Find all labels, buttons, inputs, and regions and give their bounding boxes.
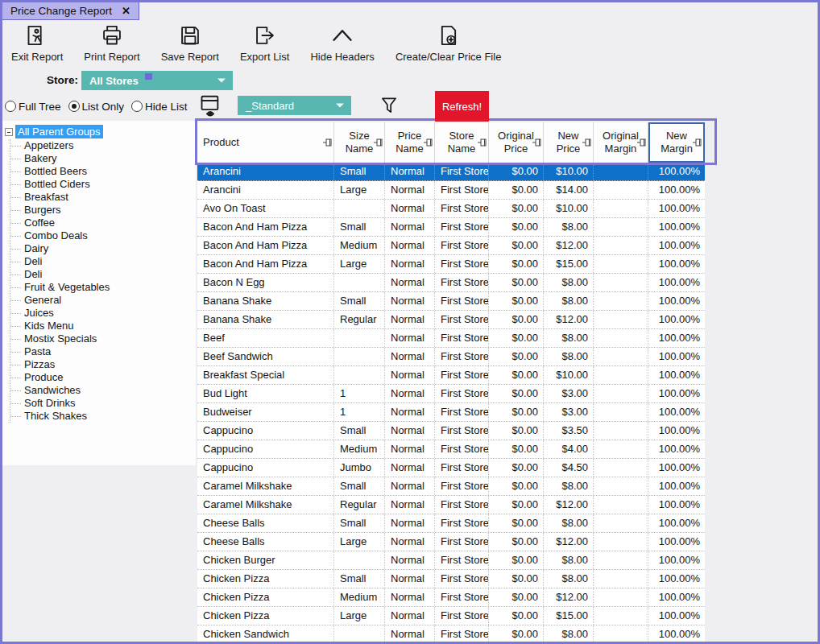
tree-item[interactable]: Thick Shakes xyxy=(24,410,110,423)
pin-icon[interactable] xyxy=(478,138,487,147)
hide-headers-button[interactable]: Hide Headers xyxy=(307,23,378,64)
close-icon[interactable]: ✕ xyxy=(122,5,130,17)
table-row[interactable]: Avo On ToastNormalFirst Store$0.00$10.00… xyxy=(197,200,705,218)
tree-item[interactable]: Bottled Ciders xyxy=(24,178,110,191)
table-row[interactable]: Chicken PizzaSmallNormalFirst Store$0.00… xyxy=(197,570,705,588)
table-row[interactable]: CappucinoMediumNormalFirst Store$0.00$4.… xyxy=(197,440,705,459)
table-row[interactable]: Bacon N EggNormalFirst Store$0.00$8.0010… xyxy=(197,274,705,292)
tree-item[interactable]: Soft Drinks xyxy=(24,397,110,410)
table-row[interactable]: Chicken PizzaLargeNormalFirst Store$0.00… xyxy=(197,607,705,625)
pin-icon[interactable] xyxy=(637,138,646,147)
column-header[interactable]: Product xyxy=(197,122,334,163)
column-header[interactable]: Original Price xyxy=(489,122,544,163)
tree-item[interactable]: General xyxy=(24,294,110,307)
table-cell: $0.00 xyxy=(489,533,544,551)
tree-item[interactable]: Produce xyxy=(24,371,110,384)
table-row[interactable]: AranciniSmallNormalFirst Store$0.00$10.0… xyxy=(197,163,705,181)
radio-list-only[interactable]: List Only xyxy=(68,101,125,113)
table-row[interactable]: Banana ShakeRegularNormalFirst Store$0.0… xyxy=(197,311,705,329)
table-row[interactable]: Cheese BallsLargeNormalFirst Store$0.00$… xyxy=(197,533,705,551)
pin-icon[interactable] xyxy=(693,138,702,147)
tree-item[interactable]: Bakery xyxy=(24,152,110,165)
layout-dropdown[interactable]: _Standard xyxy=(238,96,351,115)
tab-price-change-report[interactable]: Price Change Report ✕ xyxy=(2,2,139,20)
tree-item[interactable]: Breakfast xyxy=(24,191,110,204)
table-row[interactable]: Budweiser1NormalFirst Store$0.00$3.00100… xyxy=(197,403,705,422)
toolbar-button-label: Hide Headers xyxy=(310,51,375,63)
tree-item[interactable]: Dairy xyxy=(24,242,110,255)
table-row[interactable]: Chicken SandwichNormalFirst Store$0.00$8… xyxy=(197,625,705,644)
tree-item[interactable]: Pasta xyxy=(24,345,110,358)
table-row[interactable]: Cheese BallsSmallNormalFirst Store$0.00$… xyxy=(197,514,705,533)
table-cell: $3.00 xyxy=(544,403,594,421)
radio-hide-list[interactable]: Hide List xyxy=(131,101,188,113)
tree-root-item[interactable]: All Parent Groups xyxy=(5,125,103,138)
table-cell: Avo On Toast xyxy=(197,200,334,217)
table-cell: Normal xyxy=(385,551,435,569)
tree-item[interactable]: Juices xyxy=(24,307,110,320)
table-cell: Breakfast Special xyxy=(197,366,334,384)
table-cell: 100.00% xyxy=(648,496,705,514)
table-row[interactable]: AranciniLargeNormalFirst Store$0.00$14.0… xyxy=(197,181,705,200)
column-header[interactable]: Price Name xyxy=(385,122,435,163)
table-cell: Normal xyxy=(385,255,435,273)
save-report-button[interactable]: Save Report xyxy=(158,23,222,64)
table-row[interactable]: Bacon And Ham PizzaMediumNormalFirst Sto… xyxy=(197,237,705,255)
table-row[interactable]: Beef SandwichNormalFirst Store$0.00$8.00… xyxy=(197,348,705,366)
view-columns-button[interactable] xyxy=(199,93,222,122)
pin-icon[interactable] xyxy=(374,138,383,147)
table-row[interactable]: Caramel MilkshakeSmallNormalFirst Store$… xyxy=(197,477,705,496)
tree-item[interactable]: Burgers xyxy=(24,204,110,217)
table-cell: First Store xyxy=(435,588,489,606)
export-list-button[interactable]: Export List xyxy=(237,23,292,64)
table-row[interactable]: CappucinoJumboNormalFirst Store$0.00$4.5… xyxy=(197,459,705,477)
table-cell: $8.00 xyxy=(544,329,594,347)
pin-icon[interactable] xyxy=(323,138,332,147)
column-header[interactable]: New Price xyxy=(544,122,594,163)
refresh-button[interactable]: Refresh! xyxy=(435,91,489,122)
table-cell: First Store xyxy=(435,440,489,458)
tree-item[interactable]: Appetizers xyxy=(24,139,110,152)
tree-item[interactable]: Sandwiches xyxy=(24,384,110,397)
radio-full-tree[interactable]: Full Tree xyxy=(5,101,61,113)
table-cell: First Store xyxy=(435,607,489,625)
table-row[interactable]: Bacon And Ham PizzaLargeNormalFirst Stor… xyxy=(197,255,705,274)
tree-item[interactable]: Bottled Beers xyxy=(24,165,110,178)
table-row[interactable]: Bud Light1NormalFirst Store$0.00$3.00100… xyxy=(197,385,705,403)
tree-item[interactable]: Fruit & Vegetables xyxy=(24,281,110,294)
create-clear-price-file-button[interactable]: Create/Clear Price File xyxy=(392,23,505,64)
table-row[interactable]: Breakfast SpecialNormalFirst Store$0.00$… xyxy=(197,366,705,385)
pin-icon[interactable] xyxy=(532,138,541,147)
table-cell: 100.00% xyxy=(648,163,705,180)
column-header[interactable]: Size Name xyxy=(334,122,385,163)
table-row[interactable]: Chicken PizzaMediumNormalFirst Store$0.0… xyxy=(197,588,705,607)
tree-item[interactable]: Coffee xyxy=(24,217,110,229)
table-cell: Bacon And Ham Pizza xyxy=(197,218,334,236)
tree-item[interactable]: Kids Menu xyxy=(24,320,110,332)
print-report-button[interactable]: Print Report xyxy=(81,23,143,64)
column-header[interactable]: Store Name xyxy=(435,122,489,163)
tree-item[interactable]: Combo Deals xyxy=(24,229,110,242)
table-row[interactable]: CappucinoSmallNormalFirst Store$0.00$3.5… xyxy=(197,422,705,440)
table-cell: Normal xyxy=(385,459,435,477)
filter-button[interactable] xyxy=(379,95,400,119)
tree-item[interactable]: Pizzas xyxy=(24,358,110,371)
collapse-minus-icon[interactable] xyxy=(5,128,13,136)
table-row[interactable]: Caramel MilkshakeRegularNormalFirst Stor… xyxy=(197,496,705,514)
floppy-disk-icon xyxy=(179,24,201,47)
chevron-down-icon xyxy=(217,79,226,83)
tree-item[interactable]: Deli xyxy=(24,255,110,268)
table-row[interactable]: Chicken BurgerNormalFirst Store$0.00$8.0… xyxy=(197,551,705,570)
tree-item[interactable]: Mostix Specials xyxy=(24,332,110,345)
table-row[interactable]: Banana ShakeSmallNormalFirst Store$0.00$… xyxy=(197,292,705,311)
store-dropdown[interactable]: All Stores xyxy=(81,71,233,90)
table-cell xyxy=(594,440,648,458)
column-header[interactable]: Original Margin xyxy=(594,122,648,163)
exit-report-button[interactable]: Exit Report xyxy=(8,23,66,64)
table-row[interactable]: BeefNormalFirst Store$0.00$8.00100.00% xyxy=(197,329,705,348)
pin-icon[interactable] xyxy=(424,138,433,147)
column-header[interactable]: New Margin xyxy=(648,122,705,163)
pin-icon[interactable] xyxy=(582,138,591,147)
tree-item[interactable]: Deli xyxy=(24,268,110,281)
table-row[interactable]: Bacon And Ham PizzaSmallNormalFirst Stor… xyxy=(197,218,705,237)
